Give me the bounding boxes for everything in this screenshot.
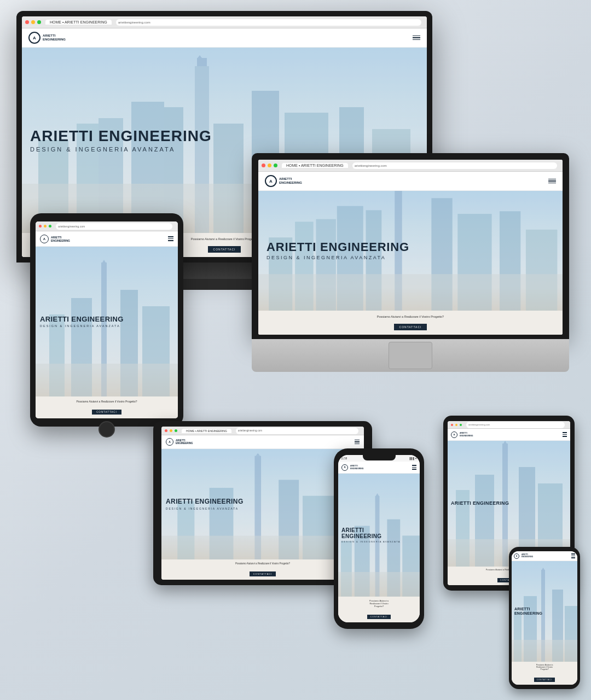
laptop-tagline: Possiamo Aiutarvi a Realizzare il Vostro… — [265, 315, 556, 318]
tl-logo: A ARIETTIENGINEERING — [40, 235, 70, 243]
laptop-keyboard — [252, 339, 569, 372]
pl-burger-2 — [412, 467, 416, 468]
laptop-navbar: A ARIETTIENGINEERING — [258, 172, 563, 191]
tm-logo-text: ARIETTIENGINEERING — [176, 439, 193, 445]
tl-nav-menu[interactable] — [168, 236, 173, 241]
phone-large-notch — [363, 455, 396, 460]
ts-url: ariettiengineering.com — [466, 422, 565, 428]
tablet-large-screen: ariettiengineering.com A ARIETTIENGINEER… — [36, 221, 178, 418]
tm-nav-menu[interactable] — [355, 440, 360, 445]
pl-burger-1 — [412, 465, 416, 466]
ts-logo-icon: A — [451, 431, 457, 438]
tm-url: ariettiengineering.com — [236, 428, 358, 434]
tl-burger-2 — [168, 238, 173, 240]
laptop-screen: HOME • ARIETTI ENGINEERING ariettiengine… — [258, 160, 563, 335]
ts-burger-3 — [563, 436, 567, 437]
phone-signal: ▐▐▐ ✦ — [409, 457, 417, 460]
logo-text: ARIETTIENGINEERING — [43, 34, 66, 42]
pl-cta-button[interactable]: CONTATTACI — [367, 615, 391, 619]
ts-logo-text: ARIETTIENGINEERING — [460, 432, 473, 436]
pl-below-fold: Possiamo Aiutarvi aRealizzare il VostroP… — [338, 597, 420, 622]
pl-hero: ARIETTIENGINEERING DESIGN & INGEGNERIA A… — [338, 474, 420, 597]
tl-burger-1 — [168, 236, 173, 237]
tl-hero-subtitle: DESIGN & INGEGNERIA AVANZATA — [40, 324, 124, 328]
tl-cta-button[interactable]: CONTATTACI — [92, 410, 121, 415]
tl-home-button[interactable] — [99, 421, 115, 438]
phone-small: A ARIETTIENGINEERING — [509, 547, 580, 689]
logo-icon: A — [28, 32, 40, 44]
svg-marker-27 — [102, 260, 106, 262]
nav-menu-button[interactable] — [413, 36, 420, 40]
hero-title-desktop: ARIETTI ENGINEERING — [30, 129, 212, 144]
tl-hero-content: ARIETTI ENGINEERING DESIGN & INGEGNERIA … — [40, 316, 124, 328]
laptop-maximize-btn — [274, 164, 277, 167]
tm-cta-button[interactable]: CONTATTACI — [250, 571, 276, 576]
burger-line-1 — [413, 36, 420, 37]
ts-hero-title: ARIETTI ENGINEERING — [451, 501, 509, 506]
cta-button[interactable]: CONTATTACI — [208, 246, 241, 253]
svg-marker-41 — [376, 493, 379, 496]
hero-content: ARIETTI ENGINEERING DESIGN & INGEGNERIA … — [30, 129, 212, 153]
tm-hero-subtitle: DESIGN & INGEGNERIA AVANZATA — [166, 507, 244, 510]
svg-rect-32 — [36, 364, 178, 396]
laptop-cta-button[interactable]: CONTATTACI — [394, 324, 427, 330]
laptop-logo-icon: A — [265, 175, 277, 187]
ts-nav-menu[interactable] — [563, 432, 567, 437]
laptop-minimize-btn — [268, 164, 271, 167]
browser-url-bar: ariettiengineering.com — [116, 19, 421, 26]
laptop-nav-menu[interactable] — [548, 179, 556, 184]
tm-browser-bar: HOME • ARIETTI ENGINEERING ariettiengine… — [161, 427, 364, 435]
ts-burger-2 — [563, 434, 567, 435]
tl-logo-text: ARIETTIENGINEERING — [51, 236, 70, 242]
tl-logo-icon: A — [40, 235, 49, 243]
laptop-burger-3 — [548, 183, 556, 184]
laptop-below-fold: Possiamo Aiutarvi a Realizzare il Vostro… — [258, 311, 563, 335]
laptop-url-bar: ariettiengineering.com — [352, 162, 557, 169]
ps-tagline: Possiamo Aiutarvi aRealizzare il VostroP… — [514, 664, 575, 670]
svg-rect-46 — [338, 572, 420, 597]
laptop-close-btn — [262, 164, 265, 167]
main-scene: HOME • ARIETTI ENGINEERING ariettiengine… — [0, 0, 591, 700]
browser-maximize-btn — [37, 20, 41, 24]
ps-hero-title: ARIETTIENGINEERING — [514, 607, 542, 615]
burger-line-2 — [413, 37, 420, 38]
tl-tagline: Possiamo Aiutarvi a Realizzare il Vostro… — [40, 400, 173, 403]
ts-maximize — [460, 424, 462, 426]
ps-logo-text: ARIETTIENGINEERING — [522, 554, 533, 558]
tm-tab: HOME • ARIETTI ENGINEERING — [182, 429, 231, 433]
ts-browser-bar: ariettiengineering.com — [448, 421, 570, 429]
ps-navbar: A ARIETTIENGINEERING — [512, 551, 577, 561]
pl-hero-title: ARIETTIENGINEERING — [341, 527, 401, 539]
tm-hero-title: ARIETTI ENGINEERING — [166, 498, 244, 505]
phone-large-screen: 11:58 ▐▐▐ ✦ A ARIETTIENGINEERING — [338, 455, 420, 622]
tm-logo-icon: A — [166, 438, 173, 446]
laptop-logo: A ARIETTIENGINEERING — [265, 175, 302, 187]
ps-logo-icon: A — [514, 553, 519, 559]
ps-hero: ARIETTIENGINEERING — [512, 561, 577, 662]
ps-nav-menu[interactable] — [571, 553, 575, 558]
tm-burger-3 — [355, 444, 360, 445]
laptop-hero: ARIETTI ENGINEERING DESIGN & INGEGNERIA … — [258, 191, 563, 311]
pl-hero-subtitle: DESIGN & INGEGNERIA AVANZATA — [341, 540, 401, 543]
laptop-browser-tab: HOME • ARIETTI ENGINEERING — [282, 163, 348, 168]
burger-line-3 — [413, 39, 420, 40]
ps-hero-content: ARIETTIENGINEERING — [514, 607, 542, 615]
laptop: HOME • ARIETTI ENGINEERING ariettiengine… — [252, 153, 569, 383]
pl-logo-icon: A — [341, 464, 348, 471]
tl-maximize — [49, 225, 51, 228]
laptop-logo-text: ARIETTIENGINEERING — [279, 177, 302, 185]
laptop-hero-content: ARIETTI ENGINEERING DESIGN & INGEGNERIA … — [266, 241, 409, 260]
laptop-touchpad — [389, 342, 432, 369]
ps-cta-button[interactable]: CONTATTACI — [534, 678, 555, 682]
ps-below-fold: Possiamo Aiutarvi aRealizzare il VostroP… — [512, 662, 577, 685]
pl-logo-text: ARIETTIENGINEERING — [350, 465, 364, 469]
svg-marker-55 — [542, 568, 544, 570]
tm-burger-2 — [355, 441, 360, 442]
pl-nav-menu[interactable] — [412, 465, 416, 470]
hero-subtitle-desktop: DESIGN & INGEGNERIA AVANZATA — [30, 146, 212, 153]
ts-minimize — [455, 424, 457, 426]
browser-tab: HOME • ARIETTI ENGINEERING — [45, 20, 112, 25]
ps-burger-1 — [571, 553, 575, 555]
tm-navbar: A ARIETTIENGINEERING — [161, 435, 364, 449]
pl-burger-3 — [412, 469, 416, 470]
